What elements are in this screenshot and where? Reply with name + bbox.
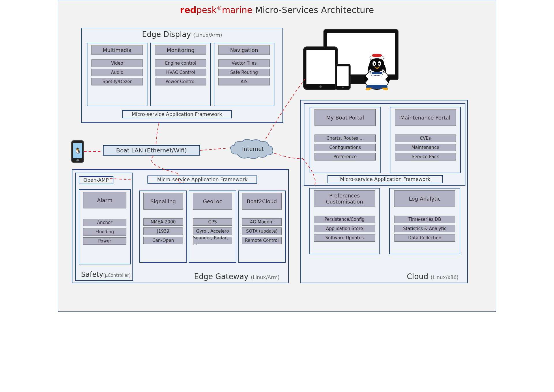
- page-title: redpesk®marine Micro-Services Architectu…: [58, 5, 496, 15]
- module-item: Statistics & Analytic: [394, 225, 455, 232]
- module-item: Spotify/Dezer: [91, 78, 143, 85]
- module-hdr: GeoLoc: [193, 193, 232, 210]
- module-col: My Boat PortalCharts, Routes,...Configur…: [310, 107, 381, 173]
- module-item: Time-series DB: [394, 216, 455, 223]
- alarm-hdr: Alarm: [83, 192, 127, 208]
- module-item: Configurations: [315, 144, 376, 151]
- edge-gateway-framework: Micro-service Application Framework: [147, 176, 257, 184]
- svg-point-5: [378, 63, 380, 65]
- module-item: Vector Tiles: [218, 59, 270, 67]
- module-item: Sounder, Radar, ...: [193, 237, 232, 244]
- module-item: Data Collection: [394, 234, 455, 242]
- safety-panel: Open-AMP Alarm Anchor Flooding Power Saf…: [75, 173, 133, 281]
- safety-title: Safety(µController): [81, 270, 131, 279]
- boat-lan-box: Boat LAN (Ethernet/Wifi): [103, 145, 200, 156]
- internet-cloud: Internet: [228, 138, 274, 161]
- module-hdr: Preferences Customisation: [314, 190, 375, 207]
- module-item: Charts, Routes,...: [315, 135, 376, 142]
- edge-display-framework: Micro-service Application Framework: [122, 110, 232, 118]
- module-item: Preference: [315, 153, 376, 160]
- module-item: Safe Routing: [218, 69, 270, 76]
- alarm-col: Alarm Anchor Flooding Power: [79, 189, 131, 264]
- module-col: GeoLocGPSGyro , AcceleroSounder, Radar, …: [189, 191, 236, 263]
- module-item: Gyro , Accelero: [193, 227, 232, 235]
- module-item: Persistence/Config: [314, 216, 375, 223]
- module-item: J1939: [143, 227, 183, 235]
- phone-icon: 🐧: [71, 140, 84, 163]
- svg-point-3: [374, 63, 375, 65]
- module-hdr: Multimedia: [91, 45, 143, 55]
- module-hdr: My Boat Portal: [315, 109, 376, 126]
- diagram-root: redpesk®marine Micro-Services Architectu…: [58, 0, 496, 312]
- module-col: Log AnalyticTime-series DBStatistics & A…: [389, 188, 460, 254]
- module-col: NavigationVector TilesSafe RoutingAIS: [214, 43, 274, 106]
- module-item: Software Updates: [314, 234, 375, 242]
- module-hdr: Monitoring: [155, 45, 206, 55]
- module-col: Maintenance PortalCVEsMaintenanceService…: [390, 107, 461, 173]
- cloud-panel: Micro-service Application Framework My B…: [300, 100, 468, 283]
- module-hdr: Navigation: [218, 45, 270, 55]
- module-item: Maintenance: [395, 144, 456, 151]
- alarm-item: Power: [83, 237, 127, 245]
- svg-point-6: [372, 54, 382, 57]
- module-col: Preferences CustomisationPersistence/Con…: [309, 188, 380, 254]
- cloud-top-inner: Micro-service Application Framework My B…: [304, 103, 465, 186]
- open-amp-box: Open-AMP: [79, 176, 113, 184]
- module-item: GPS: [193, 218, 232, 226]
- svg-rect-8: [372, 72, 382, 74]
- module-col: Boat2Cloud4G ModemSOTA (update)Remote Co…: [238, 191, 286, 263]
- module-col: MultimediaVideoAudioSpotify/Dezer: [87, 43, 147, 106]
- module-item: NMEA-2000: [143, 218, 183, 226]
- module-hdr: Maintenance Portal: [395, 109, 456, 126]
- cloud-framework: Micro-service Application Framework: [327, 175, 443, 183]
- cloud-bottom-wrap: Preferences CustomisationPersistence/Con…: [304, 188, 465, 269]
- cloud-title: Cloud (Linux/x86): [407, 272, 458, 281]
- edge-gateway-title: Edge Gateway (Linux/Arm): [194, 272, 280, 281]
- module-item: Engine control: [155, 59, 206, 67]
- module-item: CVEs: [395, 135, 456, 142]
- edge-display-panel: Edge Display (Linux/Arm) Micro-service A…: [81, 28, 283, 123]
- edge-gateway-panel: Open-AMP Alarm Anchor Flooding Power Saf…: [72, 169, 289, 283]
- module-item: HVAC Control: [155, 69, 206, 76]
- module-col: MonitoringEngine controlHVAC ControlPowe…: [150, 43, 211, 106]
- edge-display-title: Edge Display (Linux/Arm): [82, 30, 282, 39]
- alarm-item: Flooding: [83, 228, 127, 236]
- tux-sailor-icon: [361, 51, 393, 91]
- devices-icon: [303, 23, 419, 96]
- module-item: Service Pack: [395, 153, 456, 160]
- module-item: Can-Open: [143, 237, 183, 244]
- module-item: AIS: [218, 78, 270, 85]
- module-item: SOTA (update): [242, 227, 282, 235]
- module-item: Video: [91, 59, 143, 67]
- module-hdr: Log Analytic: [394, 190, 455, 207]
- module-item: Audio: [91, 69, 143, 76]
- module-hdr: Signalling: [143, 193, 183, 210]
- alarm-item: Anchor: [83, 219, 127, 226]
- module-item: Power Control: [155, 78, 206, 85]
- module-item: Remote Control: [242, 237, 282, 244]
- module-col: SignallingNMEA-2000J1939Can-Open: [139, 191, 187, 263]
- module-item: 4G Modem: [242, 218, 282, 226]
- module-item: Application Store: [314, 225, 375, 232]
- module-hdr: Boat2Cloud: [242, 193, 282, 210]
